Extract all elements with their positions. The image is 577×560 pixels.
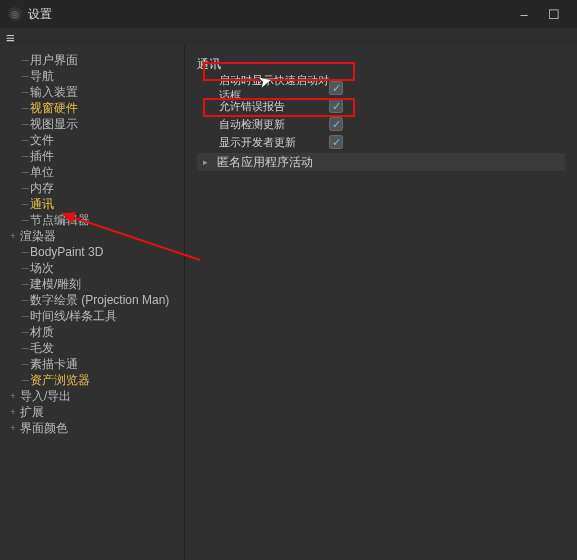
collapse-row-label: 匿名应用程序活动 [217,154,313,171]
branch-icon: – [22,69,28,83]
branch-icon: – [22,357,28,371]
window-title: 设置 [28,6,52,23]
sidebar: –用户界面–导航–输入装置–视窗硬件–视图显示–文件–插件–单位–内存–通讯–节… [0,46,185,560]
sidebar-item-20[interactable]: –资产浏览器 [4,372,184,388]
sidebar-item-label: 单位 [30,164,54,181]
branch-icon: – [22,53,28,67]
branch-icon: – [22,85,28,99]
collapse-row-anonymous[interactable]: ▸ 匿名应用程序活动 [197,153,565,171]
sidebar-item-label: 视窗硬件 [30,100,78,117]
section-title: 通讯 [197,56,565,73]
branch-icon: – [22,101,28,115]
branch-icon: – [22,341,28,355]
branch-icon: – [22,165,28,179]
branch-icon: – [22,149,28,163]
sidebar-item-17[interactable]: –材质 [4,324,184,340]
sidebar-item-label: 场次 [30,260,54,277]
branch-icon: – [22,309,28,323]
sidebar-item-label: BodyPaint 3D [30,245,103,259]
sidebar-item-label: 数字绘景 (Projection Man) [30,292,169,309]
sidebar-item-4[interactable]: –视图显示 [4,116,184,132]
sidebar-item-label: 导入/导出 [20,388,71,405]
sidebar-item-6[interactable]: –插件 [4,148,184,164]
branch-icon: – [22,197,28,211]
maximize-button[interactable]: ☐ [539,3,569,25]
sidebar-item-label: 素描卡通 [30,356,78,373]
sidebar-item-label: 毛发 [30,340,54,357]
sidebar-item-15[interactable]: –数字绘景 (Projection Man) [4,292,184,308]
sidebar-item-21[interactable]: +导入/导出 [4,388,184,404]
sidebar-item-5[interactable]: –文件 [4,132,184,148]
sidebar-item-label: 内存 [30,180,54,197]
sidebar-item-2[interactable]: –输入装置 [4,84,184,100]
sidebar-item-16[interactable]: –时间线/样条工具 [4,308,184,324]
branch-icon: – [22,277,28,291]
sidebar-item-label: 导航 [30,68,54,85]
sidebar-item-9[interactable]: –通讯 [4,196,184,212]
sidebar-item-10[interactable]: –节点编辑器 [4,212,184,228]
titlebar: ◎ 设置 – ☐ [0,0,577,28]
sidebar-item-22[interactable]: +扩展 [4,404,184,420]
branch-icon: – [22,325,28,339]
settings-row-3: 显示开发者更新✓ [197,133,565,151]
checkbox[interactable]: ✓ [329,117,343,131]
sidebar-item-label: 输入装置 [30,84,78,101]
checkbox[interactable]: ✓ [329,135,343,149]
settings-row-2: 自动检测更新✓ [197,115,565,133]
expander-icon[interactable]: + [8,231,18,241]
sidebar-item-label: 节点编辑器 [30,212,90,229]
settings-label: 允许错误报告 [219,99,329,114]
sidebar-item-label: 建模/雕刻 [30,276,81,293]
sidebar-item-14[interactable]: –建模/雕刻 [4,276,184,292]
sidebar-item-label: 时间线/样条工具 [30,308,117,325]
sidebar-item-19[interactable]: –素描卡通 [4,356,184,372]
main-panel: 通讯 启动时显示快速启动对话框✓允许错误报告✓自动检测更新✓显示开发者更新✓ ▸… [185,46,577,560]
sidebar-item-12[interactable]: –BodyPaint 3D [4,244,184,260]
sidebar-item-label: 文件 [30,132,54,149]
branch-icon: – [22,213,28,227]
branch-icon: – [22,293,28,307]
settings-row-1: 允许错误报告✓ [197,97,565,115]
checkbox[interactable]: ✓ [329,81,343,95]
branch-icon: – [22,373,28,387]
sidebar-item-label: 资产浏览器 [30,372,90,389]
sidebar-item-label: 插件 [30,148,54,165]
branch-icon: – [22,245,28,259]
app-icon: ◎ [8,7,22,21]
expander-icon[interactable]: + [8,407,18,417]
menubar: ≡ [0,28,577,46]
sidebar-item-13[interactable]: –场次 [4,260,184,276]
sidebar-item-8[interactable]: –内存 [4,180,184,196]
sidebar-item-label: 通讯 [30,196,54,213]
sidebar-item-23[interactable]: +界面颜色 [4,420,184,436]
branch-icon: – [22,133,28,147]
sidebar-item-1[interactable]: –导航 [4,68,184,84]
sidebar-item-label: 扩展 [20,404,44,421]
checkbox[interactable]: ✓ [329,99,343,113]
settings-label: 自动检测更新 [219,117,329,132]
sidebar-item-label: 视图显示 [30,116,78,133]
sidebar-item-0[interactable]: –用户界面 [4,52,184,68]
sidebar-item-label: 材质 [30,324,54,341]
branch-icon: – [22,117,28,131]
sidebar-item-3[interactable]: –视窗硬件 [4,100,184,116]
branch-icon: – [22,261,28,275]
sidebar-item-11[interactable]: +渲染器 [4,228,184,244]
chevron-right-icon: ▸ [203,157,213,167]
expander-icon[interactable]: + [8,391,18,401]
sidebar-item-7[interactable]: –单位 [4,164,184,180]
branch-icon: – [22,181,28,195]
settings-row-0: 启动时显示快速启动对话框✓ [197,79,565,97]
minimize-button[interactable]: – [509,3,539,25]
settings-label: 显示开发者更新 [219,135,329,150]
hamburger-icon[interactable]: ≡ [6,30,15,45]
expander-icon[interactable]: + [8,423,18,433]
sidebar-item-label: 界面颜色 [20,420,68,437]
sidebar-item-label: 用户界面 [30,52,78,69]
sidebar-item-18[interactable]: –毛发 [4,340,184,356]
sidebar-item-label: 渲染器 [20,228,56,245]
